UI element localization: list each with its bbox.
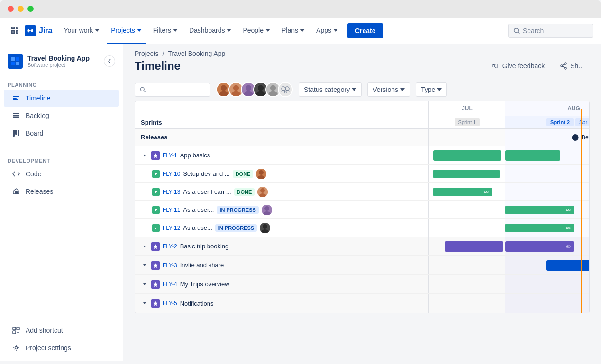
page-title: Timeline: [135, 59, 181, 73]
svg-rect-2: [16, 27, 18, 29]
task-row-fly1[interactable]: FLY-1 App basics: [135, 146, 589, 165]
releases-jul-cell: [429, 129, 505, 146]
task-row-fly2[interactable]: FLY-2 Basic trip booking: [135, 237, 589, 256]
nav-projects[interactable]: Projects: [107, 18, 146, 44]
svg-rect-17: [13, 99, 18, 100]
gantt-fly11-jul: [429, 201, 505, 218]
search-placeholder: Search: [523, 27, 544, 35]
svg-point-42: [233, 85, 239, 91]
task-row-fly13[interactable]: FLY-13 As a user I can ... DONE: [135, 183, 589, 201]
nav-filters[interactable]: Filters: [149, 18, 182, 44]
assignee-fly13: [257, 187, 268, 197]
timeline-icon: [11, 93, 21, 103]
task-info-fly3: FLY-3 Invite and share: [135, 256, 429, 274]
backlog-icon: [11, 111, 21, 120]
svg-line-37: [144, 91, 145, 92]
task-row-fly5[interactable]: FLY-5 Notifications: [135, 294, 589, 313]
task-row-fly3[interactable]: FLY-3 Invite and share: [135, 256, 589, 275]
timeline-search[interactable]: [135, 83, 210, 97]
project-type: Software project: [27, 62, 99, 68]
create-button[interactable]: Create: [347, 23, 383, 38]
sidebar-item-code[interactable]: Code: [4, 165, 119, 182]
gantt-bar-fly3-aug: [546, 260, 590, 271]
releases-label-cell: Releases: [135, 129, 429, 146]
svg-rect-22: [15, 130, 17, 135]
sidebar-item-releases[interactable]: Releases: [4, 183, 119, 200]
breadcrumb-separator: /: [163, 50, 164, 57]
gantt-fly2-jul: [429, 237, 505, 255]
svg-rect-14: [16, 62, 19, 65]
grid-icon[interactable]: [8, 24, 21, 37]
svg-point-58: [259, 170, 264, 175]
releases-label: Releases: [141, 134, 167, 141]
epic-icon-fly3: [151, 261, 160, 270]
task-row-fly10[interactable]: FLY-10 Setup dev and ... DONE: [135, 165, 589, 183]
task-name-fly11: As a user...: [183, 206, 214, 213]
maximize-button[interactable]: [27, 6, 34, 12]
window-chrome: [0, 0, 601, 18]
task-key-fly1: FLY-1: [163, 152, 177, 159]
svg-rect-23: [18, 130, 19, 136]
task-name-fly12: As a use...: [183, 224, 212, 231]
svg-line-34: [563, 64, 565, 66]
gantt-fly3-jul: [429, 256, 505, 274]
epic-icon-fly2: [151, 242, 160, 251]
code-icon: [11, 169, 21, 179]
search-box[interactable]: Search: [508, 24, 593, 38]
expand-fly5[interactable]: [141, 300, 148, 307]
today-line-fly3: [581, 256, 582, 274]
jira-logo[interactable]: Jira: [25, 25, 52, 36]
svg-point-64: [264, 206, 269, 211]
task-name-fly10: Setup dev and ...: [183, 170, 229, 177]
today-line-fly10: [581, 165, 582, 182]
sprint-1-badge: Sprint 1: [455, 118, 480, 126]
versions-filter[interactable]: Versions: [367, 82, 410, 97]
avatar-group-more[interactable]: [278, 82, 293, 97]
svg-point-9: [514, 28, 519, 32]
task-key-fly13: FLY-13: [163, 189, 180, 195]
sprints-label: Sprints: [141, 119, 162, 126]
nav-plans[interactable]: Plans: [278, 18, 309, 44]
status-category-filter[interactable]: Status category: [299, 82, 362, 97]
close-button[interactable]: [8, 6, 14, 12]
sidebar-item-backlog[interactable]: Backlog: [4, 107, 119, 124]
nav-dashboards[interactable]: Dashboards: [185, 18, 236, 44]
expand-fly2[interactable]: [141, 243, 148, 250]
task-row-fly4[interactable]: FLY-4 My Trips overview: [135, 275, 589, 294]
sidebar-item-add-shortcut[interactable]: Add shortcut: [4, 322, 119, 339]
svg-point-53: [282, 87, 285, 91]
sidebar-item-project-settings[interactable]: Project settings: [4, 339, 119, 356]
expand-fly3[interactable]: [141, 262, 148, 269]
gantt-fly12-aug: [505, 219, 590, 237]
link-icon-fly11: [565, 207, 571, 213]
type-filter[interactable]: Type: [416, 82, 447, 97]
story-icon-fly10: [152, 170, 160, 178]
sidebar-item-board[interactable]: Board: [4, 125, 119, 142]
nav-apps[interactable]: Apps: [312, 18, 342, 44]
expand-fly4[interactable]: [141, 281, 148, 288]
task-row-fly11[interactable]: FLY-11 As a user... IN PROGRESS: [135, 201, 589, 219]
give-feedback-button[interactable]: Give feedback: [486, 59, 551, 73]
share-icon: [560, 62, 567, 70]
expand-fly1[interactable]: [141, 152, 148, 159]
svg-rect-26: [17, 327, 19, 330]
sidebar-item-timeline[interactable]: Timeline: [4, 90, 119, 107]
task-info-fly1: FLY-1 App basics: [135, 146, 429, 164]
gantt-bar-fly13: [433, 188, 492, 196]
gantt-fly1-aug: [505, 146, 590, 164]
sidebar-collapse-button[interactable]: [104, 55, 115, 67]
minimize-button[interactable]: [18, 6, 24, 12]
svg-point-31: [565, 63, 566, 64]
breadcrumb-projects-link[interactable]: Projects: [135, 50, 159, 57]
nav-people[interactable]: People: [239, 18, 274, 44]
sidebar-board-label: Board: [26, 129, 43, 137]
svg-rect-5: [16, 30, 18, 32]
share-button[interactable]: Sh...: [554, 59, 590, 73]
task-row-fly12[interactable]: FLY-12 As a use... IN PROGRESS: [135, 219, 589, 237]
assignee-fly10: [256, 169, 266, 179]
jira-logo-icon: [25, 25, 36, 36]
gantt-fly13-jul: [429, 183, 505, 200]
timeline-search-input[interactable]: [148, 86, 205, 93]
svg-point-56: [284, 91, 290, 93]
nav-your-work[interactable]: Your work: [60, 18, 103, 44]
